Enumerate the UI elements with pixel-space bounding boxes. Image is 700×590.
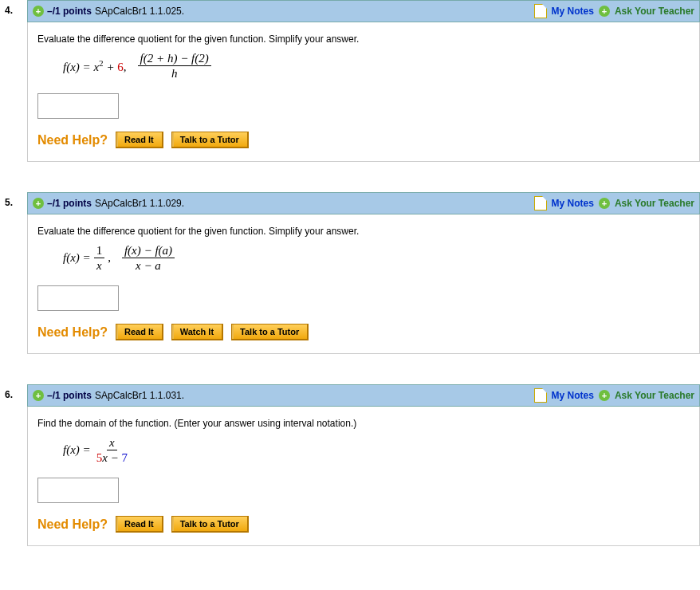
note-icon: [534, 4, 547, 18]
watch-it-button[interactable]: Watch It: [171, 324, 223, 340]
my-notes-link[interactable]: My Notes: [552, 198, 594, 209]
answer-input[interactable]: [37, 93, 119, 119]
plus-icon: +: [599, 6, 610, 17]
my-notes-link[interactable]: My Notes: [552, 390, 594, 401]
my-notes-link[interactable]: My Notes: [552, 6, 594, 17]
question-body: Evaluate the difference quotient for the…: [27, 214, 700, 354]
expand-icon[interactable]: +: [33, 390, 44, 401]
plus-icon: +: [599, 198, 610, 209]
answer-input[interactable]: [37, 285, 119, 311]
question-header: + –/1 points SApCalcBr1 1.1.025. My Note…: [27, 0, 700, 22]
need-help-label: Need Help?: [37, 325, 108, 340]
talk-tutor-button[interactable]: Talk to a Tutor: [171, 132, 249, 148]
question-header: + –/1 points SApCalcBr1 1.1.031. My Note…: [27, 384, 700, 407]
points-label: –/1 points: [47, 198, 92, 209]
talk-tutor-button[interactable]: Talk to a Tutor: [231, 324, 309, 340]
question-prompt: Evaluate the difference quotient for the…: [37, 226, 690, 237]
question-number: 6.: [0, 384, 27, 407]
expand-icon[interactable]: +: [33, 198, 44, 209]
need-help-label: Need Help?: [37, 517, 108, 532]
math-expression: f(x) = x 5x − 7: [37, 435, 690, 465]
question-ref: SApCalcBr1 1.1.029.: [95, 198, 184, 209]
ask-teacher-link[interactable]: Ask Your Teacher: [615, 6, 694, 17]
question-number: 5.: [0, 192, 27, 214]
question-body: Evaluate the difference quotient for the…: [27, 22, 700, 162]
question-ref: SApCalcBr1 1.1.025.: [95, 6, 184, 17]
expand-icon[interactable]: +: [33, 6, 44, 17]
question-4: 4. + –/1 points SApCalcBr1 1.1.025. My N…: [0, 0, 700, 162]
question-number: 4.: [0, 0, 27, 22]
question-prompt: Find the domain of the function. (Enter …: [37, 418, 690, 429]
ask-teacher-link[interactable]: Ask Your Teacher: [615, 390, 694, 401]
points-label: –/1 points: [47, 6, 92, 17]
points-label: –/1 points: [47, 390, 92, 401]
note-icon: [534, 196, 547, 210]
difference-quotient: f(x) − f(a) x − a: [122, 243, 175, 273]
difference-quotient: f(2 + h) − f(2) h: [138, 51, 211, 81]
question-6: 6. + –/1 points SApCalcBr1 1.1.031. My N…: [0, 384, 700, 546]
question-ref: SApCalcBr1 1.1.031.: [95, 390, 184, 401]
math-expression: f(x) = 1 x , f(x) − f(a) x − a: [37, 243, 690, 273]
question-prompt: Evaluate the difference quotient for the…: [37, 33, 690, 45]
question-5: 5. + –/1 points SApCalcBr1 1.1.029. My N…: [0, 192, 700, 354]
plus-icon: +: [599, 390, 610, 401]
talk-tutor-button[interactable]: Talk to a Tutor: [171, 516, 249, 533]
read-it-button[interactable]: Read It: [116, 324, 163, 340]
math-expression: f(x) = x2 + 6, f(2 + h) − f(2) h: [37, 51, 690, 81]
question-body: Find the domain of the function. (Enter …: [27, 407, 700, 546]
note-icon: [534, 388, 547, 403]
answer-input[interactable]: [37, 478, 119, 503]
ask-teacher-link[interactable]: Ask Your Teacher: [615, 198, 694, 209]
need-help-label: Need Help?: [37, 133, 108, 148]
read-it-button[interactable]: Read It: [116, 516, 163, 533]
read-it-button[interactable]: Read It: [116, 132, 163, 148]
question-header: + –/1 points SApCalcBr1 1.1.029. My Note…: [27, 192, 700, 214]
